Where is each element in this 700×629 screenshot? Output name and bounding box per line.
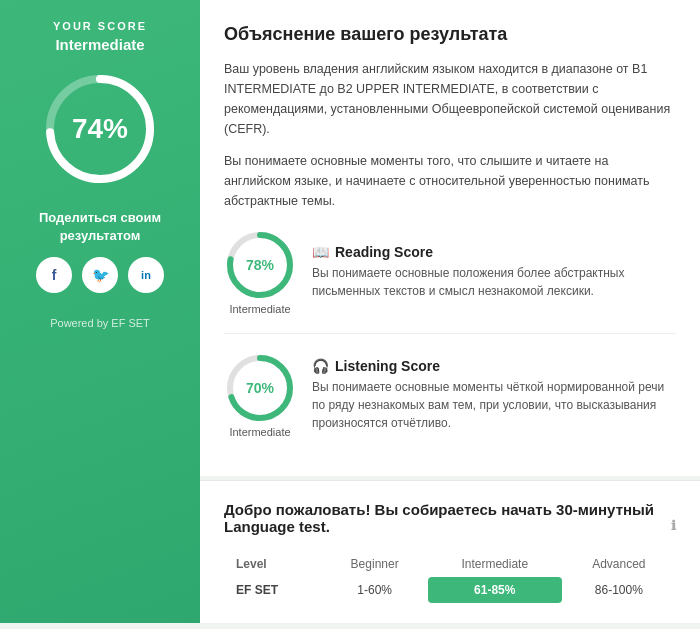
reading-circle: 78%	[224, 229, 296, 301]
listening-circle: 70%	[224, 352, 296, 424]
twitter-icon: 🐦	[92, 267, 109, 283]
row-label: EF SET	[224, 577, 321, 603]
reading-desc: Вы понимаете основные положения более аб…	[312, 264, 676, 300]
left-panel: YOUR SCORE Intermediate 74% Поделиться с…	[0, 0, 200, 623]
listening-circle-wrapper: 70% Intermediate	[224, 352, 296, 438]
col-intermediate: Intermediate	[428, 551, 562, 577]
description-2: Вы понимаете основные моменты того, что …	[224, 151, 676, 211]
table-header-row: Level Beginner Intermediate Advanced	[224, 551, 676, 577]
bottom-section: Добро пожаловать! Вы собираетесь начать …	[200, 480, 700, 623]
linkedin-icon: in	[141, 269, 151, 281]
listening-icon: 🎧	[312, 358, 329, 374]
reading-circle-wrapper: 78% Intermediate	[224, 229, 296, 315]
reading-level: Intermediate	[229, 303, 290, 315]
info-icon[interactable]: ℹ	[671, 518, 676, 533]
facebook-icon: f	[52, 267, 57, 283]
listening-score-row: 70% Intermediate 🎧 Listening Score Вы по…	[224, 352, 676, 456]
result-title: Объяснение вашего результата	[224, 24, 676, 45]
listening-percent: 70%	[246, 380, 274, 396]
your-score-label: YOUR SCORE	[53, 20, 147, 32]
reading-icon: 📖	[312, 244, 329, 260]
level-label: Intermediate	[55, 36, 144, 53]
listening-info: 🎧 Listening Score Вы понимаете основные …	[312, 358, 676, 432]
reading-title: 📖 Reading Score	[312, 244, 676, 260]
right-panel: Объяснение вашего результата Ваш уровень…	[200, 0, 700, 476]
listening-title: 🎧 Listening Score	[312, 358, 676, 374]
social-icons: f 🐦 in	[36, 257, 164, 293]
advanced-range: 86-100%	[562, 577, 676, 603]
bottom-title: Добро пожаловать! Вы собираетесь начать …	[224, 501, 676, 535]
reading-percent: 78%	[246, 257, 274, 273]
facebook-button[interactable]: f	[36, 257, 72, 293]
table-data-row: EF SET 1-60% 61-85% 86-100%	[224, 577, 676, 603]
col-beginner: Beginner	[321, 551, 427, 577]
col-advanced: Advanced	[562, 551, 676, 577]
listening-desc: Вы понимаете основные моменты чёткой нор…	[312, 378, 676, 432]
intermediate-range: 61-85%	[428, 577, 562, 603]
score-percent: 74%	[72, 113, 128, 145]
powered-by: Powered by EF SET	[50, 317, 150, 329]
twitter-button[interactable]: 🐦	[82, 257, 118, 293]
listening-level: Intermediate	[229, 426, 290, 438]
share-label: Поделиться своим результатом	[16, 209, 184, 245]
main-container: YOUR SCORE Intermediate 74% Поделиться с…	[0, 0, 700, 623]
description-1: Ваш уровень владения английским языком н…	[224, 59, 676, 139]
linkedin-button[interactable]: in	[128, 257, 164, 293]
level-table: Level Beginner Intermediate Advanced EF …	[224, 551, 676, 603]
reading-info: 📖 Reading Score Вы понимаете основные по…	[312, 244, 676, 300]
reading-score-row: 78% Intermediate 📖 Reading Score Вы пони…	[224, 229, 676, 334]
beginner-range: 1-60%	[321, 577, 427, 603]
col-level: Level	[224, 551, 321, 577]
score-circle: 74%	[40, 69, 160, 189]
